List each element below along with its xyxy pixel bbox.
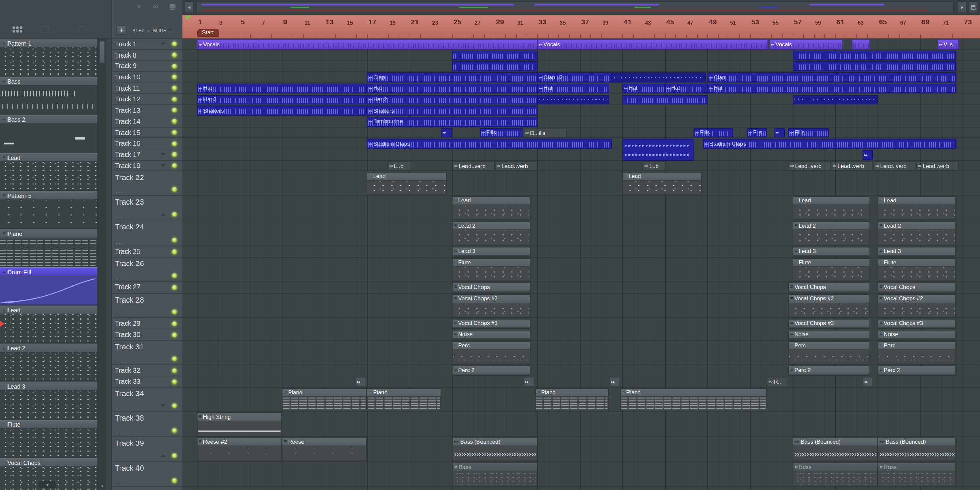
track-header[interactable]: Track 15 (112, 127, 183, 138)
track-led[interactable] (172, 310, 177, 315)
clip-lead[interactable]: ≡Lead (622, 172, 702, 195)
clip-flute[interactable]: ≡Flute (792, 258, 869, 282)
clip-blue[interactable] (792, 50, 956, 60)
pattern-scroll-down-icon[interactable]: ▾ (98, 482, 107, 490)
track-header[interactable]: Track 40··· (112, 462, 183, 487)
track-led[interactable] (172, 86, 177, 91)
clip-flute[interactable]: ≡Flute (452, 258, 531, 282)
track-header[interactable]: Track 13 (112, 105, 183, 116)
clip-lead-2[interactable]: ≡Lead 2 (878, 221, 956, 246)
track-led[interactable] (172, 163, 177, 168)
track-header[interactable]: Track 24··· (112, 221, 183, 247)
scroll-left-button[interactable]: ◂ (185, 2, 194, 13)
track-led[interactable] (172, 52, 177, 57)
track-led[interactable] (172, 403, 177, 408)
playlist-grid[interactable]: ▸▸Vocals▸▸Vocals▸▸Vocals▸▸V..s▸▸Clap▸▸Cl… (182, 39, 980, 490)
clip-vocals[interactable]: ▸▸Vocals (537, 40, 768, 49)
clip-fills[interactable]: ▸▸Fills (694, 128, 733, 138)
playlist-menu-button[interactable]: ▤ (969, 2, 978, 13)
clip-lead-verb[interactable]: ∞Lead..verb (495, 161, 537, 170)
pattern-item[interactable]: ≡Lead (0, 153, 98, 191)
track-led[interactable] (172, 321, 177, 326)
clip-vocals[interactable]: ▸▸Vocals (769, 40, 843, 49)
clip-lead-3[interactable]: ≡Lead 3 (452, 247, 531, 257)
track-led[interactable] (172, 97, 177, 102)
clip-l-b[interactable]: ∞L..b (387, 161, 412, 170)
clip-perc-2[interactable]: ≡Perc 2 (452, 366, 531, 375)
clip-bmark[interactable]: ▸▸ (862, 150, 873, 160)
clip-d-ills[interactable]: ∞D...ills (523, 128, 567, 137)
clip-lead-3[interactable]: ≡Lead 3 (878, 247, 956, 257)
clip-perc[interactable]: ≡Perc (788, 342, 869, 365)
pattern-item[interactable]: ≡Bass 2 (0, 115, 98, 153)
track-led[interactable] (172, 332, 177, 337)
clip-noise[interactable]: ≡Noise (452, 331, 531, 340)
clip-r[interactable]: ∞R.. (767, 377, 787, 387)
track-led[interactable] (172, 368, 177, 373)
track-header[interactable]: Track 30 (112, 329, 183, 340)
track-header[interactable]: Track 33 (112, 376, 183, 388)
clip-clap[interactable]: ▸▸Clap (708, 73, 956, 82)
clip-noise[interactable]: ≡Noise (878, 331, 956, 340)
clip-bluedim[interactable] (537, 95, 610, 105)
clip-fills[interactable]: ▸▸Fills (480, 128, 522, 138)
clip-clap[interactable]: ▸▸Clap (367, 73, 537, 82)
clip-lead-verb[interactable]: ∞Lead..verb (788, 161, 831, 170)
clip-v-s[interactable]: ▸▸V..s (937, 40, 959, 49)
track-header[interactable]: Track 27 (112, 282, 183, 294)
clip-clap-2[interactable]: ▸▸Clap #2 (537, 73, 612, 82)
clip-reese[interactable]: ≡Reese (282, 438, 367, 461)
clip-piano[interactable]: ≡Piano (282, 388, 367, 411)
clip-marker[interactable]: ▸▸ (355, 377, 366, 387)
clip-piano[interactable]: ≡Piano (367, 388, 442, 411)
track-header[interactable]: Track 38··· (112, 412, 183, 437)
pattern-item[interactable]: ≡Pattern 1 (0, 39, 98, 77)
track-header[interactable]: Track 32 (112, 365, 183, 376)
clip-bluedim[interactable] (612, 73, 706, 82)
clip-tambourine[interactable]: ▸▸Tambourine (367, 117, 537, 127)
clip-bass-bounced[interactable]: ▸▸Bass (Bounced)››››››››››››››››››››››››… (452, 438, 537, 461)
clip-shakers[interactable]: ▸▸Shakers (367, 106, 537, 116)
clip-arr2[interactable]: ▸▸▸▸▸▸▸▸▸▸▸▸▸▸▸▸▸▸▸▸▸▸▸▸▸▸▸▸▸▸▸▸▸▸▸▸▸▸▸▸ (622, 139, 694, 161)
pattern-item[interactable]: ≡Drum Fill (0, 267, 98, 305)
track-led[interactable] (172, 379, 177, 384)
track-led[interactable] (172, 249, 177, 254)
track-header[interactable]: Track 29 (112, 318, 183, 329)
clip-blue[interactable] (622, 95, 708, 105)
clip-piano[interactable]: ≡Piano (535, 388, 609, 411)
clip-shakers[interactable]: ▸▸Shakers (197, 106, 367, 116)
track-header[interactable]: Track 26··· (112, 258, 183, 282)
clip-reese-2[interactable]: ≡Reese #2 (197, 438, 282, 461)
clip-bmark[interactable]: ▸▸ (775, 128, 785, 138)
track-led[interactable] (172, 237, 177, 243)
track-led[interactable] (172, 130, 177, 135)
track-header[interactable]: Track 12 (112, 94, 183, 105)
track-header[interactable]: Track 31··· (112, 340, 183, 365)
clip-lead[interactable]: ≡Lead (878, 196, 956, 220)
track-header[interactable]: Track 9 (112, 61, 183, 72)
track-led[interactable] (172, 273, 177, 278)
clip-perc-2[interactable]: ≡Perc 2 (878, 366, 956, 375)
track-led[interactable] (172, 75, 177, 80)
track-header[interactable]: Track 39··· (112, 437, 183, 462)
slide-radio[interactable] (168, 28, 172, 33)
track-arrow-icon[interactable] (161, 43, 166, 45)
pattern-item[interactable]: ≡Bass (0, 77, 98, 115)
pattern-item[interactable]: ≡Lead (0, 305, 98, 344)
clip-fills[interactable]: ▸▸Fills (788, 128, 829, 138)
clip-hat-2[interactable]: ▸▸Hat 2 (197, 95, 367, 105)
track-header[interactable]: Track 10 (112, 72, 183, 83)
track-header[interactable]: Track 34··· (112, 388, 183, 412)
track-led[interactable] (172, 141, 177, 146)
track-led[interactable] (172, 285, 177, 290)
timeline-ruler[interactable]: Start 1357911131517192123252729313335373… (182, 15, 980, 39)
move-tool-icon[interactable]: + (137, 3, 141, 10)
clip-lead-verb[interactable]: ∞Lead..verb (916, 161, 959, 170)
clip-vocal-chops[interactable]: ≡Vocal Chops (878, 283, 956, 293)
track-led[interactable] (172, 41, 177, 47)
clip-bass[interactable]: ×Bass (878, 463, 956, 487)
clip-lead-verb[interactable]: ∞Lead..verb (831, 161, 873, 170)
pattern-item[interactable]: ≡Lead 2 (0, 344, 98, 382)
pattern-scrollbar[interactable]: ▾ (98, 39, 107, 490)
clip-hat[interactable]: ▸▸Hat (537, 84, 610, 94)
